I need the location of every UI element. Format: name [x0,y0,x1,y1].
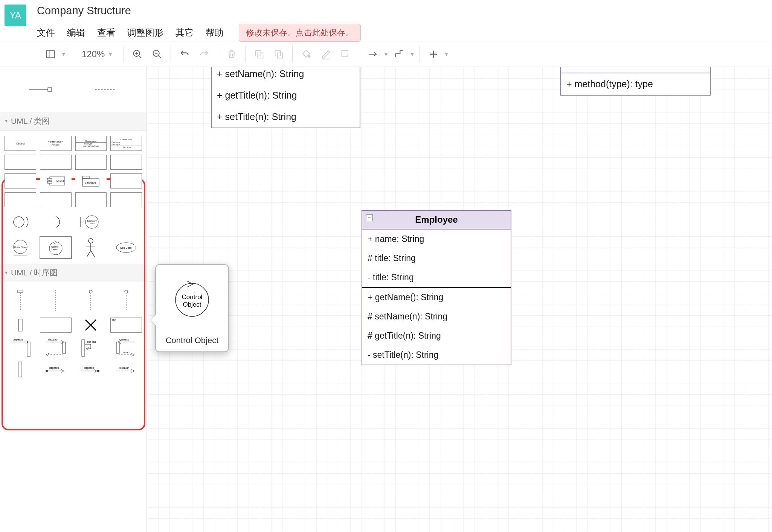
shape-object-2[interactable] [5,192,36,207]
dropdown-icon[interactable]: ▼ [444,51,449,57]
class-method[interactable]: + getName(): String [362,288,511,307]
uml-class-partial-1[interactable]: + setName(n): String + getTitle(n): Stri… [211,67,360,128]
class-member[interactable]: + getTitle(n): String [212,85,360,106]
class-field[interactable]: # title: String [362,249,511,268]
shape-sidebar: UML / 类图 Object «interface» Name Classna… [0,67,147,532]
undo-button[interactable] [175,45,194,63]
menu-file[interactable]: 文件 [37,27,55,39]
insert-button[interactable] [424,45,442,63]
class-field[interactable]: + name: String [362,230,511,249]
fill-color-button[interactable] [297,45,315,63]
class-member[interactable]: + setName(n): String [212,67,360,85]
collapse-icon[interactable]: − [366,214,373,221]
shape-msg-lost[interactable]: dispatch [75,362,107,377]
shape-class-4[interactable] [40,192,72,207]
menu-help[interactable]: 帮助 [206,27,224,39]
save-warning-button[interactable]: 修改未保存。点击此处保存。 [239,24,361,42]
line-color-button[interactable] [317,45,335,63]
class-field[interactable]: - title: String [362,268,511,287]
zoom-out-button[interactable] [148,45,166,63]
uml-class-employee[interactable]: − Employee + name: String # title: Strin… [362,210,511,365]
shape-item[interactable] [110,155,142,170]
redo-button[interactable] [195,45,213,63]
shape-actor[interactable] [75,237,107,258]
to-back-button[interactable] [270,45,288,63]
shape-use-case[interactable]: Use Case [110,237,142,258]
uml-class-partial-2[interactable]: + field: type + method(type): type [560,67,711,96]
sidebar-toggle-button[interactable] [41,45,60,63]
shape-lifeline-4[interactable] [110,287,142,314]
shape-interface[interactable]: «interface» Name [40,136,72,151]
shape-msg-dispatch-2[interactable]: dispatch [40,336,72,358]
class-method[interactable]: - setTitle(n): String [362,345,511,365]
svg-text:Use Case: Use Case [120,246,132,249]
svg-text:Entity Object: Entity Object [14,246,27,248]
connector-thumb[interactable] [93,84,119,95]
shape-block[interactable] [5,173,36,188]
shape-lifeline-3[interactable] [75,287,107,314]
palette-section-uml-class[interactable]: UML / 类图 [0,112,146,131]
shape-frame[interactable] [40,318,72,333]
class-member[interactable]: + field: type [561,67,710,73]
shape-msg-dispatch-1[interactable]: dispatch [5,336,36,358]
menu-extras[interactable]: 其它 [175,27,194,39]
menu-arrange[interactable]: 调整图形 [127,27,163,39]
shape-class-6[interactable] [110,192,142,207]
shape-required-interface[interactable] [40,211,72,233]
shape-note[interactable]: title [110,318,142,333]
class-member[interactable]: + method(type): type [561,73,710,95]
shape-class-2[interactable]: Classname- field: type+method(type):type [75,136,107,151]
shape-stereotype[interactable] [110,173,142,188]
connector-thumb[interactable] [27,84,53,95]
svg-text:Boundary: Boundary [87,220,97,222]
shape-msg-found[interactable]: dispatch [40,362,72,377]
shape-package[interactable]: package [75,173,107,188]
menu-edit[interactable]: 编辑 [67,27,85,39]
svg-rect-9 [256,50,261,56]
class-method[interactable]: # setName(n): String [362,307,511,326]
shadow-button[interactable] [336,45,354,63]
shape-module[interactable]: Module [40,173,72,188]
svg-text:dispatch: dispatch [84,366,94,369]
zoom-selector[interactable]: 120% ▼ [76,49,119,59]
shape-class-5[interactable] [75,192,107,207]
shape-control-object[interactable]: ControlObject [40,237,72,258]
shape-activation[interactable] [5,318,36,333]
diagram-canvas[interactable]: + setName(n): String + getTitle(n): Stri… [147,67,772,532]
waypoints-button[interactable] [390,45,408,63]
shape-object[interactable]: Object [5,136,36,151]
dropdown-icon[interactable]: ▼ [410,51,415,57]
shape-msg-async[interactable]: dispatch [110,362,142,377]
connection-button[interactable] [364,45,382,63]
document-title[interactable]: Company Structure [37,5,772,17]
user-avatar[interactable]: YA [5,5,26,26]
menu-view[interactable]: 查看 [97,27,115,39]
shape-component[interactable] [5,155,36,170]
class-title[interactable]: Employee [415,214,458,225]
shape-msg-self-call[interactable]: self call [75,336,107,358]
shape-destroy[interactable] [75,318,107,333]
palette-section-uml-sequence[interactable]: UML / 时序图 [0,264,146,282]
shape-activation-2[interactable] [5,362,36,377]
shape-lifeline-2[interactable] [40,287,72,314]
svg-line-7 [159,55,161,58]
shape-provided-required[interactable] [5,211,36,233]
dropdown-icon[interactable]: ▼ [61,51,66,57]
dropdown-icon[interactable]: ▼ [383,51,389,57]
shape-lifeline-1[interactable] [5,287,36,314]
delete-button[interactable] [223,45,241,63]
svg-text:dispatch: dispatch [48,338,58,341]
to-front-button[interactable] [250,45,268,63]
shape-entity-object[interactable]: Entity Object [5,237,36,258]
shape-component-2[interactable] [40,155,72,170]
shape-boundary-object[interactable]: BoundaryObject [75,211,107,233]
class-member[interactable]: + setTitle(n): String [212,106,360,128]
svg-point-78 [97,370,99,372]
zoom-in-button[interactable] [128,45,146,63]
shape-msg-callback[interactable]: callbackreturn [110,336,142,358]
shape-class-3[interactable]: Classname- field: type- field: type- fie… [110,136,142,151]
svg-text:dispatch: dispatch [49,366,59,369]
shape-component-3[interactable] [75,155,107,170]
svg-text:package: package [85,181,96,184]
class-method[interactable]: # getTitle(n): String [362,326,511,345]
